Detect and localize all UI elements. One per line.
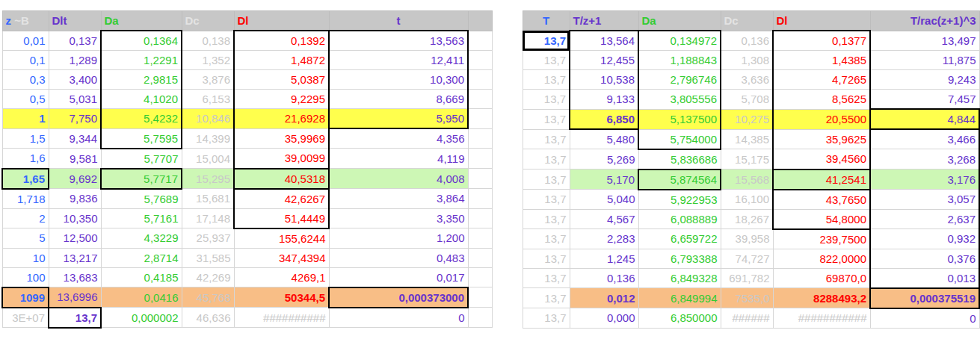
column-header-da[interactable]: Da: [101, 11, 182, 31]
table-cell[interactable]: 12,455: [570, 51, 638, 70]
table-cell[interactable]: 21,6928: [234, 109, 329, 129]
table-cell[interactable]: [468, 31, 492, 51]
table-cell[interactable]: 5,7717: [101, 169, 182, 189]
table-cell[interactable]: 12,411: [329, 51, 468, 70]
table-cell[interactable]: 5,0387: [234, 70, 329, 90]
table-cell[interactable]: 5,754000: [638, 129, 721, 149]
table-cell[interactable]: 5,7161: [101, 208, 182, 228]
table-cell[interactable]: 9,836: [49, 189, 101, 209]
table-cell[interactable]: 69870,0: [773, 268, 870, 288]
table-cell[interactable]: 0,1377: [773, 31, 870, 51]
table-cell[interactable]: 13,683: [49, 267, 101, 287]
table-cell[interactable]: 0,000: [570, 308, 638, 329]
table-cell[interactable]: 9,243: [870, 70, 979, 90]
table-cell[interactable]: 6,850000: [638, 308, 721, 329]
table-cell[interactable]: 13,7: [523, 129, 570, 149]
table-cell[interactable]: 1,200: [329, 228, 468, 249]
table-cell[interactable]: 10,538: [570, 70, 638, 90]
table-cell[interactable]: 10,350: [49, 208, 101, 228]
table-cell[interactable]: 0,5: [2, 90, 49, 109]
table-cell[interactable]: 3E+07: [2, 308, 49, 328]
column-header-dl[interactable]: Dl: [234, 11, 329, 31]
table-cell[interactable]: 0,000002: [101, 308, 182, 328]
table-cell[interactable]: 8,669: [329, 90, 468, 109]
table-cell[interactable]: 13,7: [523, 149, 570, 170]
table-cell[interactable]: 0,012: [570, 288, 638, 308]
table-cell[interactable]: 0,136: [721, 31, 773, 51]
table-cell[interactable]: 3,268: [870, 149, 979, 170]
table-cell[interactable]: 0,376: [870, 249, 979, 268]
table-cell[interactable]: [468, 308, 492, 328]
table-cell[interactable]: 5,4232: [101, 109, 182, 129]
table-cell[interactable]: 2,9815: [101, 70, 182, 90]
table-cell[interactable]: 41,2541: [773, 170, 870, 190]
table-cell[interactable]: 3,876: [182, 70, 234, 90]
table-cell[interactable]: [468, 109, 492, 129]
table-cell[interactable]: 10,275: [721, 109, 773, 129]
table-cell[interactable]: 1,289: [49, 51, 101, 70]
table-cell[interactable]: [468, 228, 492, 249]
table-cell[interactable]: 42,269: [182, 267, 234, 287]
table-cell[interactable]: 10,846: [182, 109, 234, 129]
table-cell[interactable]: 13,7: [523, 268, 570, 288]
column-header-spacer[interactable]: [468, 11, 492, 31]
table-cell[interactable]: 0,1392: [234, 31, 329, 51]
table-cell[interactable]: [468, 70, 492, 90]
table-cell[interactable]: 13,7: [523, 229, 570, 249]
table-cell[interactable]: 13,7: [523, 308, 570, 329]
table-cell[interactable]: 0,138: [182, 31, 234, 51]
table-cell[interactable]: 6,088889: [638, 209, 721, 229]
table-cell[interactable]: 155,6244: [234, 228, 329, 249]
table-cell[interactable]: 3,466: [870, 129, 979, 149]
column-header-t[interactable]: t: [329, 11, 468, 31]
table-cell[interactable]: 0: [329, 308, 468, 328]
column-header-da[interactable]: Da: [638, 11, 721, 31]
table-cell[interactable]: 3,350: [329, 208, 468, 228]
table-cell[interactable]: 2,796746: [638, 70, 721, 90]
table-cell[interactable]: 12,500: [49, 228, 101, 249]
table-cell[interactable]: 9,581: [49, 149, 101, 169]
column-header-dc[interactable]: Dc: [182, 11, 234, 31]
table-cell[interactable]: 5: [2, 228, 49, 249]
table-cell[interactable]: 0,137: [49, 31, 101, 51]
table-cell[interactable]: 14,399: [182, 128, 234, 149]
table-cell[interactable]: 0,000373000: [329, 287, 468, 308]
table-cell[interactable]: 13,7: [523, 170, 570, 190]
column-header-dl[interactable]: Dl: [773, 11, 870, 31]
table-cell[interactable]: [468, 90, 492, 109]
table-cell[interactable]: [468, 128, 492, 149]
table-cell[interactable]: 9,2295: [234, 90, 329, 109]
table-cell[interactable]: 4,567: [570, 209, 638, 229]
table-cell[interactable]: 11,875: [870, 51, 979, 70]
table-cell[interactable]: 13,7: [523, 109, 570, 129]
table-cell[interactable]: 0,932: [870, 229, 979, 249]
table-cell[interactable]: 13,7: [523, 70, 570, 90]
table-cell[interactable]: 6,793388: [638, 249, 721, 268]
table-cell[interactable]: 45,768: [182, 287, 234, 308]
table-cell[interactable]: 4,3229: [101, 228, 182, 249]
table-cell[interactable]: 13,7: [523, 209, 570, 229]
table-cell[interactable]: 0,134972: [638, 31, 721, 51]
table-cell[interactable]: 0,01: [2, 31, 49, 51]
table-cell[interactable]: 0,0416: [101, 287, 182, 308]
column-header-dc[interactable]: Dc: [721, 11, 773, 31]
table-cell[interactable]: 10,300: [329, 70, 468, 90]
table-cell[interactable]: 0,483: [329, 248, 468, 267]
table-cell[interactable]: 1,6: [2, 149, 49, 169]
table-cell[interactable]: 5,7595: [101, 128, 182, 149]
table-cell[interactable]: [468, 248, 492, 267]
table-cell[interactable]: 7535,0: [721, 288, 773, 308]
table-cell[interactable]: [468, 189, 492, 209]
table-cell[interactable]: 1,308: [721, 51, 773, 70]
table-cell[interactable]: 13,6996: [49, 287, 101, 308]
table-cell[interactable]: 39,0099: [234, 149, 329, 169]
table-cell[interactable]: 51,4449: [234, 208, 329, 228]
table-cell[interactable]: 9,344: [49, 128, 101, 149]
table-cell[interactable]: 1099: [2, 287, 49, 308]
table-cell[interactable]: [468, 169, 492, 189]
column-header-dlt[interactable]: Dlt: [49, 11, 101, 31]
table-cell[interactable]: 13,497: [870, 31, 979, 51]
table-cell[interactable]: 4,7265: [773, 70, 870, 90]
table-cell[interactable]: 5,922953: [638, 190, 721, 210]
table-cell[interactable]: 7,750: [49, 109, 101, 129]
